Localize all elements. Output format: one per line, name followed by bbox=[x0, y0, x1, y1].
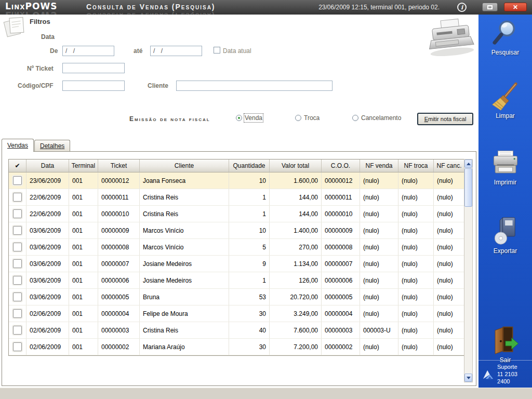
column-header-nft[interactable]: NF troca bbox=[398, 159, 434, 172]
cell-nft: (nulo) bbox=[398, 305, 434, 322]
cell-data: 03/06/2009 bbox=[26, 239, 69, 255]
vertical-scrollbar[interactable] bbox=[464, 159, 473, 382]
table-row[interactable]: 22/06/200900100000011Cristina Reis1144,0… bbox=[9, 189, 464, 206]
imprimir-button[interactable]: Imprimir bbox=[478, 148, 532, 186]
cell-quantidade: 1 bbox=[229, 189, 270, 205]
cell-valor: 126,00 bbox=[270, 272, 322, 288]
scroll-up-button[interactable] bbox=[464, 159, 472, 168]
column-header-data[interactable]: Data bbox=[26, 159, 69, 172]
radio-cancelamento-circle[interactable] bbox=[352, 115, 358, 121]
window-title-text: Consulta de Vendas (Pesquisa) bbox=[86, 2, 216, 11]
cell-cliente: Felipe de Moura bbox=[140, 305, 229, 322]
radio-venda-circle[interactable] bbox=[236, 115, 242, 121]
table-row[interactable]: 02/06/200900100000004Felipe de Moura303.… bbox=[9, 305, 464, 322]
window-title: Consulta de Vendas (Pesquisa) Consulta d… bbox=[86, 2, 216, 15]
exportar-label: Exportar bbox=[494, 247, 517, 255]
cell-data: 03/06/2009 bbox=[26, 222, 69, 238]
column-header-ticket[interactable]: Ticket bbox=[98, 159, 140, 172]
linx-logo bbox=[483, 368, 494, 380]
cell-cliente: Josiane Medeiros bbox=[140, 256, 229, 272]
radio-cancelamento[interactable]: Cancelamento bbox=[352, 114, 401, 122]
date-to-input[interactable] bbox=[150, 46, 202, 56]
table-row[interactable]: 03/06/200900100000008Marcos Vinício5270,… bbox=[9, 239, 464, 256]
radio-venda-label: Venda bbox=[245, 114, 262, 122]
date-from-input[interactable] bbox=[62, 46, 114, 56]
cell-nft: (nulo) bbox=[398, 322, 434, 338]
ticket-input[interactable] bbox=[62, 63, 125, 73]
radio-troca[interactable]: Troca bbox=[295, 114, 320, 122]
cell-quantidade: 1 bbox=[229, 272, 270, 288]
cell-ticket: 00000004 bbox=[98, 305, 140, 322]
row-checkbox[interactable] bbox=[13, 226, 22, 235]
row-checkbox[interactable] bbox=[13, 326, 22, 335]
row-checkbox[interactable] bbox=[13, 176, 22, 185]
window-bottom-frame bbox=[0, 388, 532, 399]
current-date-checkbox[interactable] bbox=[214, 47, 220, 54]
row-checkbox[interactable] bbox=[13, 276, 22, 285]
minimize-button[interactable] bbox=[482, 3, 498, 11]
cell-ticket: 00000008 bbox=[98, 239, 140, 255]
column-header-cliente[interactable]: Cliente bbox=[140, 159, 229, 172]
code-cpf-input[interactable] bbox=[62, 81, 125, 91]
limpar-button[interactable]: Limpar bbox=[478, 81, 532, 119]
pesquisar-button[interactable]: Pesquisar bbox=[478, 18, 532, 56]
cell-nfv: (nulo) bbox=[360, 189, 398, 205]
column-header-check[interactable]: ✔ bbox=[9, 159, 26, 172]
row-checkbox[interactable] bbox=[13, 259, 22, 268]
cell-nfv: (nulo) bbox=[360, 172, 398, 189]
app-logo-reflection: LinxPOWS bbox=[5, 10, 58, 15]
cell-data: 02/06/2009 bbox=[26, 322, 69, 338]
row-checkbox[interactable] bbox=[13, 342, 22, 351]
cell-coo: 00000010 bbox=[322, 206, 360, 222]
table-row[interactable]: 02/06/200900100000002Mariana Araújo307.2… bbox=[9, 339, 464, 355]
radio-cancelamento-label: Cancelamento bbox=[361, 114, 401, 122]
cell-nfv: (nulo) bbox=[360, 272, 398, 288]
column-header-terminal[interactable]: Terminal bbox=[69, 159, 98, 172]
exportar-button[interactable]: Exportar bbox=[478, 215, 532, 255]
scrollbar-thumb[interactable] bbox=[464, 168, 472, 207]
cell-data: 03/06/2009 bbox=[26, 272, 69, 288]
column-header-quantidade[interactable]: Quantidade bbox=[229, 159, 270, 172]
table-row[interactable]: 03/06/200900100000005Bruna5320.720,00000… bbox=[9, 289, 464, 305]
cell-cliente: Cristina Reis bbox=[140, 189, 229, 205]
table-row[interactable]: 23/06/200900100000012Joana Fonseca101.60… bbox=[9, 172, 464, 189]
column-header-nfv[interactable]: NF venda bbox=[360, 159, 398, 172]
info-button[interactable]: i bbox=[457, 3, 467, 12]
tab-detalhes[interactable]: Detalhes bbox=[34, 140, 70, 152]
results-panel: ✔DataTerminalTicketClienteQuantidadeValo… bbox=[2, 151, 476, 386]
sair-button[interactable]: Sair bbox=[478, 324, 532, 364]
cell-terminal: 001 bbox=[69, 172, 98, 189]
cell-terminal: 001 bbox=[69, 206, 98, 222]
row-select-cell bbox=[9, 289, 26, 305]
emit-nota-fiscal-button[interactable]: Emitir nota fiscal bbox=[417, 113, 473, 125]
tab-vendas[interactable]: Vendas bbox=[2, 139, 34, 152]
cell-nft: (nulo) bbox=[398, 339, 434, 355]
column-header-coo[interactable]: C.O.O. bbox=[322, 159, 360, 172]
radio-troca-circle[interactable] bbox=[295, 115, 301, 121]
table-row[interactable]: 03/06/200900100000009Marcos Vinício101.4… bbox=[9, 222, 464, 239]
notes-paper-icon bbox=[3, 16, 29, 37]
radio-venda[interactable]: Venda bbox=[236, 114, 262, 122]
row-checkbox[interactable] bbox=[13, 243, 22, 251]
cell-terminal: 001 bbox=[69, 289, 98, 305]
row-checkbox[interactable] bbox=[13, 193, 22, 202]
cell-nft: (nulo) bbox=[398, 172, 434, 189]
client-input[interactable] bbox=[176, 81, 332, 91]
table-row[interactable]: 03/06/200900100000006Josiane Medeiros112… bbox=[9, 272, 464, 289]
row-checkbox[interactable] bbox=[13, 209, 22, 218]
cell-terminal: 001 bbox=[69, 272, 98, 288]
scroll-down-button[interactable] bbox=[464, 374, 472, 382]
cell-ticket: 00000006 bbox=[98, 272, 140, 288]
table-row[interactable]: 22/06/200900100000010Cristina Reis1144,0… bbox=[9, 206, 464, 222]
table-row[interactable]: 02/06/200900100000003Cristina Reis407.60… bbox=[9, 322, 464, 339]
table-row[interactable]: 03/06/200900100000007Josiane Medeiros91.… bbox=[9, 256, 464, 272]
row-checkbox[interactable] bbox=[13, 292, 22, 301]
close-button[interactable]: ✕ bbox=[504, 3, 527, 11]
cell-nft: (nulo) bbox=[398, 206, 434, 222]
row-checkbox[interactable] bbox=[13, 309, 22, 318]
column-header-valor[interactable]: Valor total bbox=[270, 159, 322, 172]
column-header-nfc[interactable]: NF canc. bbox=[434, 159, 464, 172]
cell-ticket: 00000012 bbox=[98, 172, 140, 189]
cell-terminal: 001 bbox=[69, 305, 98, 322]
cell-coo: 00000008 bbox=[322, 239, 360, 255]
